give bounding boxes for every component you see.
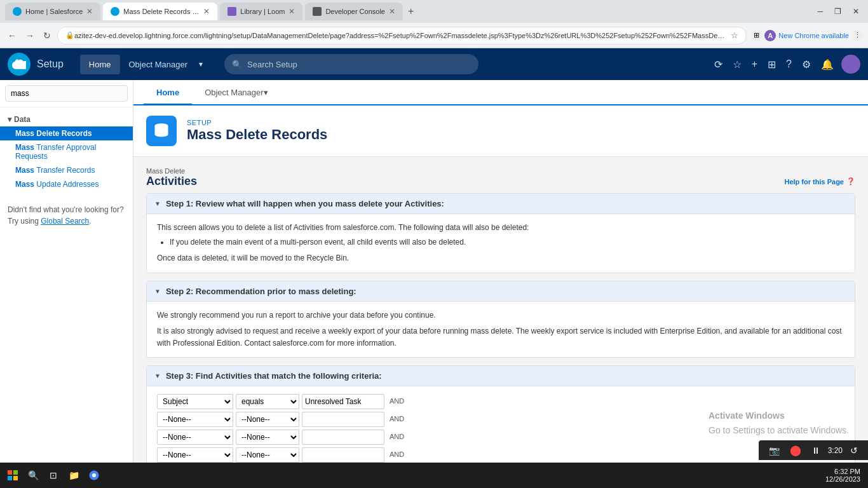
criteria-operator-2[interactable]: --None--	[236, 412, 299, 427]
criteria-operator-1[interactable]: equals	[236, 394, 299, 409]
criteria-operator-3[interactable]: --None--	[236, 430, 299, 445]
chrome-notification[interactable]: New Chrome available	[778, 32, 849, 39]
sf-search-bar[interactable]: 🔍	[224, 54, 478, 74]
browser-tabs-bar: Home | Salesforce ✕ Mass Delete Records …	[0, 0, 868, 23]
tab-dev-console[interactable]: Developer Console ✕	[305, 3, 403, 20]
step3-arrow-icon: ▼	[154, 372, 161, 379]
sf-apps-icon[interactable]: ⊞	[765, 56, 778, 73]
step3-header[interactable]: ▼ Step 3: Find Activities that match the…	[147, 366, 855, 386]
sidebar-item-mass-delete-records[interactable]: Mass Delete Records	[0, 126, 133, 140]
criteria-field-3[interactable]: --None--	[157, 430, 233, 445]
tab-close-dev[interactable]: ✕	[389, 7, 395, 16]
step1-header[interactable]: ▼ Step 1: Review what will happen when y…	[147, 194, 855, 214]
video-restart-icon[interactable]: ↺	[848, 444, 860, 457]
sf-app-name[interactable]: Setup	[37, 58, 64, 70]
sf-user-avatar[interactable]	[841, 55, 860, 74]
sf-settings-icon[interactable]: ⚙	[799, 56, 813, 73]
setup-nav-bar: Home Object Manager ▾	[133, 80, 868, 105]
setup-nav-home[interactable]: Home	[144, 81, 192, 105]
criteria-value-4[interactable]	[302, 447, 384, 463]
sf-search-icon: 🔍	[232, 60, 242, 69]
url-bar[interactable]: 🔒 azitez-dev-ed.develop.lightning.force.…	[57, 27, 747, 44]
video-camera-icon[interactable]: 📷	[766, 444, 782, 457]
criteria-row-4: --None-- --None-- AND	[157, 447, 844, 463]
content-area: Home Object Manager ▾ SETUP Mass Delete …	[133, 80, 868, 463]
sf-bell-icon[interactable]: 🔔	[818, 56, 836, 73]
tab-close-home[interactable]: ✕	[86, 7, 93, 16]
tab-label-dev: Developer Console	[325, 8, 385, 15]
sidebar-not-found: Didn't find what you're looking for? Try…	[0, 196, 133, 234]
sidebar-section-header-data[interactable]: ▾ Data	[0, 112, 133, 126]
step1-bullets: If you delete the main event of a multi-…	[170, 236, 844, 248]
step2-arrow-icon: ▼	[154, 288, 161, 295]
sidebar-search-input[interactable]	[5, 85, 128, 102]
sidebar-search-area	[0, 80, 133, 107]
back-button[interactable]: ←	[5, 29, 19, 42]
criteria-field-2[interactable]: --None--	[157, 412, 233, 427]
step1-outro: Once data is deleted, it will be moved t…	[157, 252, 844, 264]
sf-nav-object-manager[interactable]: Object Manager	[120, 55, 197, 74]
sf-nav-home[interactable]: Home	[80, 55, 120, 74]
content-body: Mass Delete Activities Help for this Pag…	[133, 157, 868, 463]
step2-content: We strongly recommend you run a report t…	[147, 302, 855, 358]
sidebar-item-mass-update-addresses[interactable]: Mass Update Addresses	[0, 177, 133, 191]
video-time: 3:20	[828, 446, 843, 455]
restore-button[interactable]: ❐	[831, 6, 845, 17]
minimize-button[interactable]: ─	[813, 6, 827, 17]
sf-help-icon[interactable]: ?	[783, 56, 794, 72]
step3-content: Subject equals AND --None--	[147, 386, 855, 463]
criteria-operator-4[interactable]: --None--	[236, 447, 299, 463]
profile-icon[interactable]: A	[764, 30, 776, 41]
criteria-value-2[interactable]	[302, 412, 384, 427]
criteria-row-2: --None-- --None-- AND	[157, 412, 844, 427]
criteria-value-1[interactable]	[302, 394, 384, 409]
sf-favorites-icon[interactable]: ☆	[730, 56, 744, 73]
help-link[interactable]: Help for this Page ❓	[784, 177, 855, 186]
tab-close-loom[interactable]: ✕	[288, 7, 295, 16]
tab-loom[interactable]: Library | Loom ✕	[220, 3, 302, 20]
tab-label-mass-delete: Mass Delete Records | Salesfo...	[123, 8, 200, 15]
new-tab-button[interactable]: +	[405, 6, 416, 17]
sf-nav-dropdown-icon[interactable]: ▾	[196, 55, 205, 74]
browser-right-icons: ⊞ A New Chrome available ⋮	[750, 30, 863, 41]
video-pause-icon[interactable]: ⏸	[809, 444, 823, 457]
browser-menu-icon[interactable]: ⋮	[851, 30, 863, 41]
sidebar-item-mass-transfer-records[interactable]: Mass Transfer Records	[0, 163, 133, 177]
extensions-icon[interactable]: ⊞	[750, 30, 762, 41]
object-manager-label: Object Manager	[205, 88, 264, 97]
tab-mass-delete[interactable]: Mass Delete Records | Salesfo... ✕	[103, 3, 217, 20]
video-record-icon[interactable]: ⬤	[787, 443, 804, 458]
sidebar-item-mass-text-4: Update Addresses	[34, 180, 98, 189]
sf-history-icon[interactable]: ⟳	[712, 56, 725, 73]
tab-favicon-mass-delete	[111, 7, 119, 16]
sidebar-global-search-link[interactable]: Global Search	[41, 217, 89, 226]
tab-label-home: Home | Salesforce	[25, 8, 83, 15]
sidebar-global-search-text: Try using Global Search.	[8, 215, 125, 227]
tab-close-mass-delete[interactable]: ✕	[203, 7, 210, 16]
criteria-field-1[interactable]: Subject	[157, 394, 233, 409]
step2-header-text: Step 2: Recommendation prior to mass del…	[166, 287, 356, 296]
address-bar: ← → ↻ 🔒 azitez-dev-ed.develop.lightning.…	[0, 23, 868, 48]
step2-body2: It is also strongly advised to request a…	[157, 325, 844, 349]
sidebar-item-mass-transfer-approval[interactable]: Mass Transfer Approval Requests	[0, 140, 133, 163]
address-bar-icons: ☆	[731, 30, 738, 40]
step2-body1: We strongly recommend you run a report t…	[157, 309, 844, 322]
sf-search-input[interactable]	[247, 60, 471, 69]
criteria-field-4[interactable]: --None--	[157, 447, 233, 463]
tab-home[interactable]: Home | Salesforce ✕	[5, 3, 100, 20]
bookmark-icon[interactable]: ☆	[731, 30, 738, 40]
criteria-value-3[interactable]	[302, 430, 384, 445]
database-icon	[153, 122, 170, 140]
main-layout: ▾ Data Mass Delete Records Mass Transfer…	[0, 80, 868, 463]
sf-logo[interactable]	[8, 53, 31, 76]
refresh-button[interactable]: ↻	[41, 29, 53, 42]
close-button[interactable]: ✕	[849, 6, 863, 17]
tab-favicon-dev	[313, 7, 322, 16]
step2-header[interactable]: ▼ Step 2: Recommendation prior to mass d…	[147, 281, 855, 302]
setup-nav-object-manager[interactable]: Object Manager ▾	[192, 80, 281, 104]
sidebar-item-mass-highlight-2: Mass	[15, 143, 34, 152]
help-icon: ❓	[846, 177, 855, 186]
forward-button[interactable]: →	[23, 29, 37, 42]
sf-plus-icon[interactable]: +	[749, 56, 760, 72]
sf-cloud-logo-icon	[12, 57, 26, 71]
